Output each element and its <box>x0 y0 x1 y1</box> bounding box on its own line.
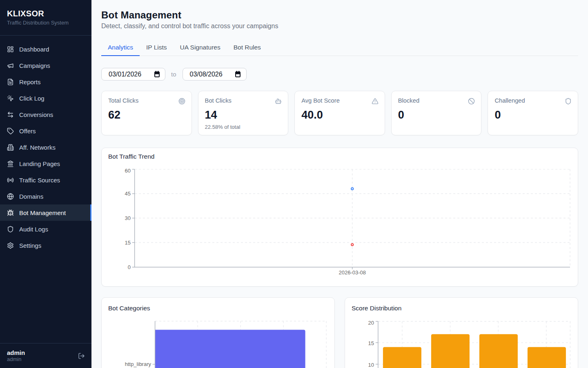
svg-text:0: 0 <box>128 264 131 270</box>
svg-text:15: 15 <box>125 240 131 246</box>
svg-text:http_library: http_library <box>125 361 151 367</box>
svg-text:20: 20 <box>368 320 374 326</box>
svg-text:60: 60 <box>125 168 131 174</box>
svg-text:15: 15 <box>368 340 374 346</box>
svg-text:30: 30 <box>125 215 131 221</box>
svg-text:45: 45 <box>125 191 131 197</box>
svg-text:10: 10 <box>368 362 374 368</box>
svg-text:2026-03-08: 2026-03-08 <box>339 269 366 276</box>
